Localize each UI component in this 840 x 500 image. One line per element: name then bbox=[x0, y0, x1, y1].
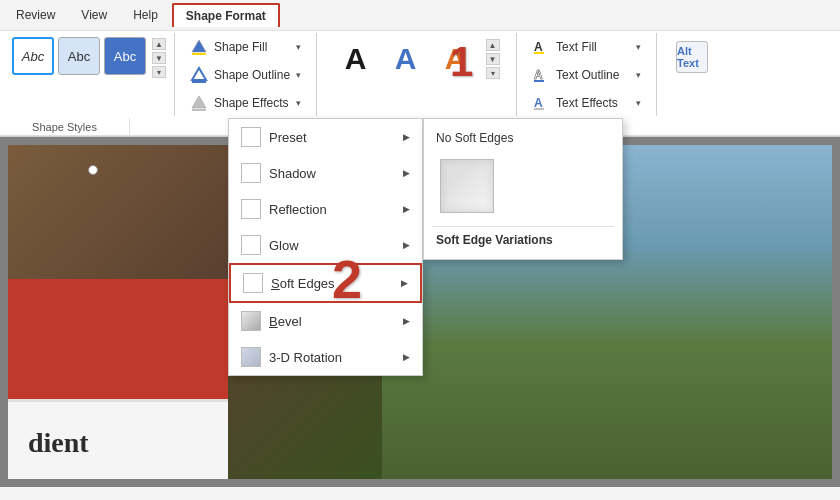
shape-effects-dropdown-arrow: ▾ bbox=[296, 98, 301, 108]
text-effects-button[interactable]: A Text Effects ▾ bbox=[527, 91, 646, 115]
scroll-down-arrow[interactable]: ▼ bbox=[152, 52, 166, 64]
shape-commands-section: Shape Fill ▾ Shape Outline ▾ bbox=[175, 33, 317, 116]
shape-effects-button[interactable]: Shape Effects ▾ bbox=[185, 91, 306, 115]
shape-outline-icon bbox=[190, 66, 208, 84]
tab-bar: Review View Help Shape Format bbox=[0, 0, 840, 30]
scroll-up-arrow[interactable]: ▲ bbox=[152, 38, 166, 50]
slide-text: dient bbox=[28, 427, 89, 459]
menu-item-glow[interactable]: Glow ▶ bbox=[229, 227, 422, 263]
soft-edges-chevron: ▶ bbox=[401, 278, 408, 288]
glow-icon bbox=[241, 235, 261, 255]
svg-rect-1 bbox=[192, 53, 206, 55]
svg-text:A: A bbox=[534, 68, 543, 82]
menu-item-reflection[interactable]: Reflection ▶ bbox=[229, 191, 422, 227]
style-swatches: Abc Abc Abc bbox=[12, 37, 146, 75]
shape-fill-icon bbox=[190, 38, 208, 56]
scroll-more-arrow[interactable]: ▾ bbox=[152, 66, 166, 78]
svg-rect-11 bbox=[534, 108, 544, 110]
slide-handle bbox=[88, 165, 98, 175]
glow-label: Glow bbox=[269, 238, 299, 253]
text-outline-label: Text Outline bbox=[556, 68, 630, 82]
svg-text:A: A bbox=[534, 96, 543, 110]
style-swatch-2[interactable]: Abc bbox=[58, 37, 100, 75]
bevel-icon bbox=[241, 311, 261, 331]
svg-marker-2 bbox=[192, 68, 206, 80]
shadow-chevron: ▶ bbox=[403, 168, 410, 178]
alt-text-icon: Alt Text bbox=[676, 41, 708, 73]
menu-item-preset[interactable]: Preset ▶ bbox=[229, 119, 422, 155]
text-outline-button[interactable]: A Text Outline ▾ bbox=[527, 63, 646, 87]
text-fill-dropdown-arrow: ▾ bbox=[636, 42, 641, 52]
svg-rect-7 bbox=[534, 52, 544, 54]
wordart-scroll-up[interactable]: ▲ bbox=[486, 39, 500, 51]
wordart-swatch-black[interactable]: A bbox=[334, 37, 378, 81]
svg-marker-4 bbox=[192, 96, 206, 108]
soft-edge-swatch[interactable] bbox=[440, 159, 494, 213]
shadow-label: Shadow bbox=[269, 166, 316, 181]
wordart-section: A A A ▲ ▼ ▾ bbox=[317, 33, 517, 116]
reflection-icon bbox=[241, 199, 261, 219]
reflection-chevron: ▶ bbox=[403, 204, 410, 214]
tab-shape-format[interactable]: Shape Format bbox=[172, 3, 280, 27]
wordart-swatches: A A A ▲ ▼ ▾ bbox=[334, 37, 500, 81]
shape-styles-section: Abc Abc Abc ▲ ▼ ▾ bbox=[4, 33, 175, 116]
accessibility-section: Alt Text bbox=[657, 33, 727, 116]
wordart-scroll-arrows: ▲ ▼ ▾ bbox=[486, 39, 500, 79]
shadow-icon bbox=[241, 163, 261, 183]
preset-chevron: ▶ bbox=[403, 132, 410, 142]
shape-fill-label: Shape Fill bbox=[214, 40, 290, 54]
3d-rotation-chevron: ▶ bbox=[403, 352, 410, 362]
shape-outline-button[interactable]: Shape Outline ▾ bbox=[185, 63, 306, 87]
shape-effects-dropdown: Preset ▶ Shadow ▶ Reflection ▶ Glow ▶ So… bbox=[228, 118, 423, 376]
svg-rect-9 bbox=[534, 80, 544, 82]
menu-item-3d-rotation[interactable]: 3-D Rotation ▶ bbox=[229, 339, 422, 375]
shape-fill-button[interactable]: Shape Fill ▾ bbox=[185, 35, 306, 59]
3d-rotation-label: 3-D Rotation bbox=[269, 350, 342, 365]
text-fill-label: Text Fill bbox=[556, 40, 630, 54]
text-outline-icon: A bbox=[532, 66, 550, 84]
3d-rotation-icon bbox=[241, 347, 261, 367]
soft-edges-label: Soft Edges bbox=[271, 276, 335, 291]
shape-outline-label: Shape Outline bbox=[214, 68, 290, 82]
shape-styles-section-label: Shape Styles bbox=[0, 118, 130, 135]
shape-fill-dropdown-arrow: ▾ bbox=[296, 42, 301, 52]
alt-text-button[interactable]: Alt Text bbox=[672, 37, 712, 77]
shape-swatch-row: Abc Abc Abc ▲ ▼ ▾ bbox=[12, 37, 166, 79]
bevel-label: Bevel bbox=[269, 314, 302, 329]
wordart-swatch-blue[interactable]: A bbox=[384, 37, 428, 81]
reflection-label: Reflection bbox=[269, 202, 327, 217]
wordart-scroll-more[interactable]: ▾ bbox=[486, 67, 500, 79]
menu-item-bevel[interactable]: Bevel ▶ bbox=[229, 303, 422, 339]
ribbon: Review View Help Shape Format Abc Abc Ab… bbox=[0, 0, 840, 137]
style-swatch-1[interactable]: Abc bbox=[12, 37, 54, 75]
svg-rect-3 bbox=[192, 81, 206, 83]
menu-item-shadow[interactable]: Shadow ▶ bbox=[229, 155, 422, 191]
soft-edges-icon bbox=[243, 273, 263, 293]
preset-icon bbox=[241, 127, 261, 147]
text-effects-label: Text Effects bbox=[556, 96, 630, 110]
toolbar-row: Abc Abc Abc ▲ ▼ ▾ S bbox=[0, 30, 840, 118]
tab-review[interactable]: Review bbox=[4, 4, 67, 26]
text-effects-dropdown-arrow: ▾ bbox=[636, 98, 641, 108]
text-fill-button[interactable]: A Text Fill ▾ bbox=[527, 35, 646, 59]
menu-item-soft-edges[interactable]: Soft Edges ▶ bbox=[229, 263, 422, 303]
text-fill-icon: A bbox=[532, 38, 550, 56]
text-effects-icon: A bbox=[532, 94, 550, 112]
wordart-swatch-orange[interactable]: A bbox=[434, 37, 478, 81]
glow-chevron: ▶ bbox=[403, 240, 410, 250]
text-outline-dropdown-arrow: ▾ bbox=[636, 70, 641, 80]
style-swatch-3[interactable]: Abc bbox=[104, 37, 146, 75]
svg-marker-0 bbox=[192, 40, 206, 52]
svg-rect-5 bbox=[192, 109, 206, 111]
shape-effects-icon bbox=[190, 94, 208, 112]
shape-outline-dropdown-arrow: ▾ bbox=[296, 70, 301, 80]
bevel-chevron: ▶ bbox=[403, 316, 410, 326]
soft-edge-preview[interactable] bbox=[436, 153, 610, 222]
text-commands-section: A Text Fill ▾ A Text Outline ▾ bbox=[517, 33, 657, 116]
preset-label: Preset bbox=[269, 130, 307, 145]
tab-view[interactable]: View bbox=[69, 4, 119, 26]
no-soft-edges-label[interactable]: No Soft Edges bbox=[432, 127, 614, 149]
svg-text:A: A bbox=[534, 40, 543, 54]
tab-help[interactable]: Help bbox=[121, 4, 170, 26]
wordart-scroll-down[interactable]: ▼ bbox=[486, 53, 500, 65]
